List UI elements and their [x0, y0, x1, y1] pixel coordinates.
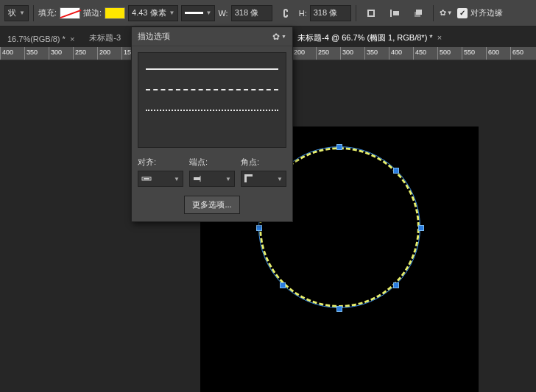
ruler-tick: 250 — [73, 47, 97, 60]
stroke-style-empty[interactable] — [146, 121, 278, 141]
align-center-icon — [141, 174, 152, 183]
panel-title: 描边选项 — [138, 31, 170, 42]
stroke-corners-select[interactable]: ▼ — [241, 171, 286, 187]
width-label: W: — [218, 9, 228, 18]
chevron-down-icon: ▼ — [225, 176, 231, 182]
align-edges-label: 对齐边缘 — [470, 7, 503, 18]
shape-mode-label: 状 — [8, 7, 16, 18]
chevron-down-icon: ▼ — [206, 10, 212, 16]
align-edges-checkbox[interactable]: ✓对齐边缘 — [457, 7, 503, 18]
check-icon: ✓ — [457, 8, 468, 18]
panel-header: 描边选项 ✿▼ — [132, 27, 292, 46]
ruler-tick: 300 — [340, 47, 364, 60]
height-label: H: — [299, 9, 307, 18]
transform-handle[interactable] — [418, 225, 424, 231]
path-align-icon[interactable] — [384, 5, 405, 21]
chevron-down-icon: ▼ — [277, 176, 283, 182]
stroke-style-dashed[interactable] — [146, 79, 278, 100]
ruler-tick: 400 — [389, 47, 413, 60]
corner-miter-icon — [244, 174, 255, 183]
height-input[interactable] — [310, 5, 351, 21]
options-toolbar: 状▼ 填充: 描边: 4.43 像素▼ ▼ W: H: ✿▼ ✓对齐边缘 — [0, 0, 536, 26]
ruler-tick: 500 — [437, 47, 462, 60]
separator — [356, 5, 356, 21]
svg-rect-8 — [194, 177, 200, 180]
ruler-tick: 300 — [49, 47, 73, 60]
width-input[interactable] — [231, 5, 272, 21]
ruler-tick: 350 — [24, 47, 49, 60]
tab-doc-2[interactable]: 未标题-3 — [82, 29, 128, 47]
separator — [433, 5, 434, 21]
stroke-caps-select[interactable]: ▼ — [189, 171, 235, 187]
ruler-tick: 550 — [462, 47, 486, 60]
ruler-tick: 400 — [0, 47, 24, 60]
path-ops-icon[interactable] — [361, 5, 381, 21]
stroke-style-select[interactable]: ▼ — [181, 5, 215, 21]
transform-handle[interactable] — [256, 225, 262, 231]
cap-butt-icon — [193, 174, 203, 183]
ruler-tick: 200 — [97, 47, 121, 60]
close-icon[interactable]: × — [70, 35, 74, 43]
tab-doc-3[interactable]: 未标题-4 @ 66.7% (椭圆 1, RGB/8*) *× — [290, 29, 449, 47]
stroke-width-input[interactable]: 4.43 像素▼ — [128, 5, 178, 21]
svg-rect-5 — [416, 10, 422, 15]
chevron-down-icon: ▼ — [19, 10, 25, 16]
svg-rect-3 — [393, 11, 399, 15]
path-arrange-icon[interactable] — [408, 5, 429, 21]
transform-handle[interactable] — [393, 168, 399, 174]
align-label: 对齐: — [138, 157, 183, 168]
ruler-tick: 450 — [413, 47, 437, 60]
separator — [33, 5, 34, 21]
gear-icon[interactable]: ✿▼ — [438, 5, 454, 21]
tab-doc-1[interactable]: 16.7%(RGB/8) *× — [0, 31, 82, 47]
chevron-down-icon: ▼ — [169, 10, 175, 16]
ruler-tick: 350 — [364, 47, 389, 60]
stroke-style-dotted[interactable] — [146, 100, 278, 121]
svg-rect-2 — [390, 10, 392, 17]
solid-line-icon — [185, 12, 202, 14]
close-icon[interactable]: × — [437, 33, 442, 42]
more-options-button[interactable]: 更多选项... — [184, 196, 239, 214]
ruler-tick: 600 — [486, 47, 510, 60]
svg-rect-1 — [369, 11, 373, 15]
stroke-align-select[interactable]: ▼ — [138, 171, 183, 187]
ruler-tick: 250 — [316, 47, 340, 60]
transform-handle[interactable] — [336, 306, 342, 312]
caps-label: 端点: — [189, 157, 235, 168]
stroke-label: 描边: — [83, 7, 102, 18]
chevron-down-icon: ▼ — [174, 176, 180, 182]
stroke-style-list — [138, 52, 286, 148]
svg-rect-7 — [144, 178, 149, 179]
transform-handle[interactable] — [280, 282, 286, 288]
panel-menu-button[interactable]: ✿▼ — [272, 32, 286, 42]
ruler-tick: 200 — [292, 47, 316, 60]
link-dimensions-icon[interactable] — [275, 5, 296, 21]
stroke-options-panel: 描边选项 ✿▼ 对齐: ▼ 端点: ▼ 角点: ▼ — [131, 26, 293, 222]
transform-handle[interactable] — [336, 144, 342, 150]
ruler-tick: 650 — [510, 47, 535, 60]
fill-label: 填充: — [38, 7, 57, 18]
corners-label: 角点: — [241, 157, 286, 168]
shape-mode-select[interactable]: 状▼ — [4, 5, 29, 21]
fill-swatch[interactable] — [60, 7, 80, 19]
transform-handle[interactable] — [393, 282, 399, 288]
stroke-swatch[interactable] — [105, 7, 125, 19]
stroke-style-solid[interactable] — [146, 59, 278, 79]
